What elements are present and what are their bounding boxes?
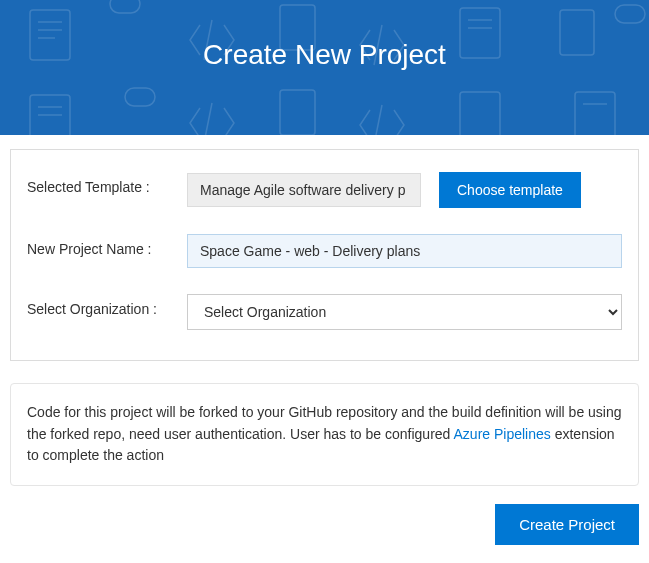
- azure-pipelines-link[interactable]: Azure Pipelines: [454, 426, 551, 442]
- footer: Create Project: [10, 504, 639, 545]
- svg-rect-20: [460, 92, 500, 135]
- project-name-field: [187, 234, 622, 268]
- project-name-row: New Project Name :: [27, 234, 622, 268]
- header-banner: Create New Project: [0, 0, 649, 135]
- organization-label: Select Organization :: [27, 294, 187, 317]
- svg-rect-11: [560, 10, 594, 55]
- svg-rect-8: [460, 8, 500, 58]
- organization-select[interactable]: Select Organization: [187, 294, 622, 330]
- project-name-label: New Project Name :: [27, 234, 187, 257]
- svg-rect-21: [575, 92, 615, 135]
- info-panel: Code for this project will be forked to …: [10, 383, 639, 486]
- template-field: Manage Agile software delivery p Choose …: [187, 172, 622, 208]
- organization-row: Select Organization : Select Organizatio…: [27, 294, 622, 330]
- template-row: Selected Template : Manage Agile softwar…: [27, 172, 622, 208]
- selected-template-display: Manage Agile software delivery p: [187, 173, 421, 207]
- svg-line-19: [374, 105, 382, 135]
- template-label: Selected Template :: [27, 172, 187, 195]
- choose-template-button[interactable]: Choose template: [439, 172, 581, 208]
- svg-rect-16: [125, 88, 155, 106]
- page-title: Create New Project: [203, 39, 446, 71]
- project-name-input[interactable]: [187, 234, 622, 268]
- form-panel: Selected Template : Manage Agile softwar…: [10, 149, 639, 361]
- svg-rect-0: [30, 10, 70, 60]
- svg-rect-18: [280, 90, 315, 135]
- svg-rect-12: [615, 5, 645, 23]
- create-project-button[interactable]: Create Project: [495, 504, 639, 545]
- svg-rect-4: [110, 0, 140, 13]
- svg-line-17: [204, 103, 212, 135]
- organization-field: Select Organization: [187, 294, 622, 330]
